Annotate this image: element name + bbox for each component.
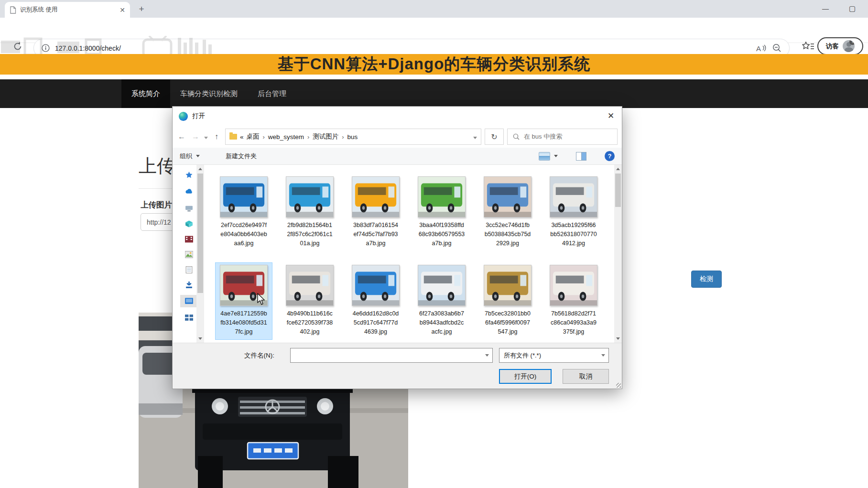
file-item[interactable]: 3baa40f19358ffd68c93b60579553a7b.jpg bbox=[413, 174, 470, 250]
breadcrumb-bus[interactable]: bus bbox=[347, 133, 358, 141]
desktop-icon[interactable] bbox=[185, 297, 193, 304]
breadcrumb-test-images[interactable]: 测试图片 bbox=[313, 132, 338, 141]
navpane-scrollbar[interactable] bbox=[196, 165, 204, 343]
dialog-bottom-bar: 文件名(N): 所有文件 (*.*) 打开(O) 取消 bbox=[173, 343, 622, 389]
downloads-icon[interactable] bbox=[185, 282, 193, 289]
filename-chevron-icon[interactable] bbox=[482, 354, 492, 357]
breadcrumb-web-system[interactable]: web_system bbox=[268, 133, 304, 141]
view-chevron-icon[interactable] bbox=[554, 155, 558, 157]
file-item[interactable]: 2ef7ccd26e9497fe804a0bb6403ebaa6.jpg bbox=[216, 174, 272, 250]
file-name: 3d5acb19295f66bb5263180707704912.jpg bbox=[550, 221, 597, 248]
help-icon[interactable]: ? bbox=[605, 151, 615, 161]
window-minimize-button[interactable]: — bbox=[816, 3, 835, 15]
file-name: 7b5618d82d2f71c86ca04993a3a9375f.jpg bbox=[550, 309, 597, 336]
filetype-chevron-icon[interactable] bbox=[598, 354, 608, 357]
window-maximize-button[interactable]: ▢ bbox=[843, 3, 862, 15]
tab-close-icon[interactable]: ✕ bbox=[119, 6, 125, 14]
organize-button[interactable]: 组织 bbox=[180, 152, 192, 161]
scrollbar-thumb[interactable] bbox=[197, 174, 203, 293]
zoom-out-icon[interactable] bbox=[772, 43, 781, 53]
folder-icon bbox=[229, 134, 237, 140]
nav-item-admin[interactable]: 后台管理 bbox=[248, 79, 296, 108]
read-aloud-icon[interactable]: A bbox=[756, 44, 767, 53]
file-item[interactable]: 3d5acb19295f66bb5263180707704912.jpg bbox=[545, 174, 602, 250]
site-nav: 系统简介 车辆分类识别检测 后台管理 bbox=[0, 79, 868, 108]
file-thumbnail[interactable] bbox=[484, 265, 532, 306]
dialog-title: 打开 bbox=[192, 112, 596, 120]
detect-button[interactable]: 检测 bbox=[691, 271, 722, 288]
url-text[interactable]: 127.0.0.1:8000/check/ bbox=[55, 44, 750, 52]
scroll-up-icon[interactable] bbox=[616, 168, 620, 170]
file-name: 3baa40f19358ffd68c93b60579553a7b.jpg bbox=[418, 221, 465, 248]
pictures-icon[interactable] bbox=[185, 251, 193, 258]
page-title: 基于CNN算法+Django的车辆分类识别系统 bbox=[278, 54, 591, 75]
scroll-up-icon[interactable] bbox=[198, 168, 202, 170]
favorites-collections-icon[interactable] bbox=[802, 42, 814, 52]
filename-combo[interactable] bbox=[290, 348, 493, 363]
mouse-cursor bbox=[257, 293, 266, 305]
up-icon[interactable]: ↑ bbox=[211, 132, 222, 141]
file-thumbnail[interactable] bbox=[352, 265, 400, 306]
history-chevron-icon[interactable] bbox=[204, 132, 208, 141]
refresh-button[interactable]: ↻ bbox=[485, 129, 504, 145]
browser-tab[interactable]: 识别系统 使用 ✕ bbox=[5, 2, 130, 18]
filelist-scrollbar[interactable] bbox=[614, 165, 622, 343]
profile-button[interactable]: 访客 ? bbox=[817, 37, 863, 55]
file-thumbnail[interactable] bbox=[286, 265, 334, 306]
back-icon[interactable]: ← bbox=[176, 132, 187, 141]
onedrive-icon[interactable] bbox=[185, 188, 193, 195]
cancel-button[interactable]: 取消 bbox=[563, 369, 609, 384]
file-thumbnail[interactable] bbox=[286, 176, 334, 217]
file-thumbnail[interactable] bbox=[352, 176, 400, 217]
forward-icon[interactable]: → bbox=[190, 132, 201, 141]
file-item[interactable]: 4e6ddd162d8c0d5cd917c647f77d4639.jpg bbox=[347, 263, 404, 339]
search-placeholder: 在 bus 中搜索 bbox=[524, 132, 562, 141]
open-button[interactable]: 打开(O) bbox=[499, 369, 552, 384]
videos-icon[interactable] bbox=[185, 236, 193, 243]
file-name: 4b9490b11b616cfce62720539f738402.jpg bbox=[286, 309, 333, 336]
breadcrumb-desktop[interactable]: 桌面 bbox=[247, 132, 260, 141]
file-name: 4ae7e81712559bfb314e080fd5d317fc.jpg bbox=[220, 309, 267, 336]
site-info-icon[interactable] bbox=[42, 44, 50, 52]
file-thumbnail[interactable] bbox=[550, 176, 597, 217]
file-item[interactable]: 2fb9d82b1564b12f857c6c2f061c101a.jpg bbox=[282, 174, 338, 250]
dialog-close-icon[interactable]: ✕ bbox=[600, 107, 622, 126]
quick-access-star-icon[interactable] bbox=[185, 172, 193, 179]
this-pc-icon[interactable] bbox=[185, 205, 193, 212]
file-item[interactable]: 3cc52ec746d1fbb50388435cb75d2929.jpg bbox=[479, 174, 536, 250]
address-chevron-icon[interactable] bbox=[473, 132, 477, 141]
svg-text:A: A bbox=[756, 44, 761, 53]
thumbnail-view-icon[interactable] bbox=[539, 152, 550, 161]
file-thumbnail[interactable] bbox=[550, 265, 597, 306]
resize-grip[interactable] bbox=[616, 383, 621, 388]
dialog-titlebar[interactable]: 打开 ✕ bbox=[173, 107, 622, 126]
dialog-navigation-pane bbox=[173, 165, 196, 343]
nav-item-intro[interactable]: 系统简介 bbox=[121, 79, 170, 108]
file-grid: 2ef7ccd26e9497fe804a0bb6403ebaa6.jpg 2fb… bbox=[204, 165, 614, 343]
file-thumbnail[interactable] bbox=[418, 176, 466, 217]
file-item[interactable]: 7b5cec32801bb06fa46f5996f0097547.jpg bbox=[479, 263, 536, 339]
file-thumbnail[interactable] bbox=[484, 176, 532, 217]
filetype-select[interactable]: 所有文件 (*.*) bbox=[499, 348, 609, 363]
scrollbar-thumb[interactable] bbox=[615, 174, 621, 207]
nav-item-detect[interactable]: 车辆分类识别检测 bbox=[170, 79, 248, 108]
preview-pane-icon[interactable] bbox=[576, 152, 586, 161]
new-tab-button[interactable]: + bbox=[136, 4, 147, 15]
scroll-down-icon[interactable] bbox=[198, 337, 202, 340]
documents-icon[interactable] bbox=[185, 266, 193, 273]
breadcrumb[interactable]: « 桌面 › web_system › 测试图片 › bus bbox=[225, 129, 481, 145]
file-item[interactable]: 3b83df7a016154ef74d5c7faf7b93a7b.jpg bbox=[347, 174, 404, 250]
file-item[interactable]: 7b5618d82d2f71c86ca04993a3a9375f.jpg bbox=[545, 263, 602, 339]
file-item[interactable]: 6f27a3083ab6b7b89443adfcbd2cacfc.jpg bbox=[413, 263, 470, 339]
search-box[interactable]: 在 bus 中搜索 bbox=[507, 129, 618, 145]
breadcrumb-separator: › bbox=[262, 133, 265, 141]
reload-icon[interactable] bbox=[12, 41, 23, 52]
objects-3d-icon[interactable] bbox=[185, 220, 193, 228]
filename-input[interactable] bbox=[291, 348, 482, 362]
file-thumbnail[interactable] bbox=[418, 265, 466, 306]
scroll-down-icon[interactable] bbox=[616, 337, 620, 340]
file-item[interactable]: 4b9490b11b616cfce62720539f738402.jpg bbox=[282, 263, 338, 339]
file-thumbnail[interactable] bbox=[220, 176, 268, 217]
network-icon[interactable] bbox=[185, 314, 193, 321]
new-folder-button[interactable]: 新建文件夹 bbox=[226, 152, 257, 161]
